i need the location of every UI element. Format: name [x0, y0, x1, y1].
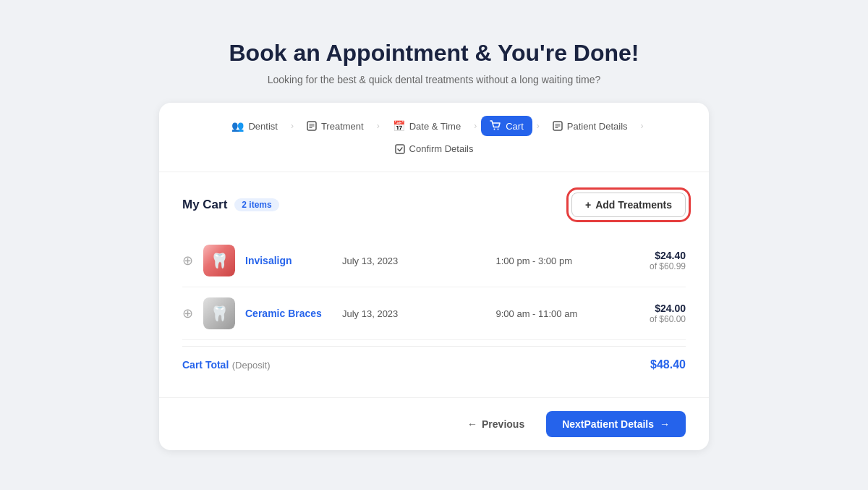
step-confirm-label: Confirm Details — [409, 143, 474, 154]
cart-icon — [490, 120, 501, 132]
next-button[interactable]: NextPatient Details → — [546, 411, 686, 437]
treatment-time-1: 1:00 pm - 3:00 pm — [495, 255, 639, 266]
svg-point-4 — [494, 129, 495, 130]
price-sub-1: of $60.99 — [650, 261, 686, 271]
cart-total-amount: $48.40 — [650, 358, 686, 371]
treatment-row-invisalign: ⊕ 🦷 Invisalign July 13, 2023 1:00 pm - 3… — [182, 235, 686, 287]
price-main-2: $24.00 — [650, 303, 686, 314]
page-title: Book an Appointment & You're Done! — [159, 40, 709, 67]
step-datetime-label: Date & Time — [409, 121, 461, 132]
step-cart-label: Cart — [506, 121, 524, 132]
divider-5: › — [639, 121, 645, 131]
calendar-icon: 📅 — [393, 120, 405, 132]
treatment-row-braces: ⊕ 🦷 Ceramic Braces July 13, 2023 9:00 am… — [182, 287, 686, 340]
cart-total-label: Cart Total (Deposit) — [182, 358, 271, 371]
next-arrow-icon: → — [660, 418, 670, 430]
treatment-date-1: July 13, 2023 — [342, 255, 485, 266]
patient-icon — [553, 121, 563, 131]
footer-nav: ← Previous NextPatient Details → — [159, 397, 709, 450]
add-treatments-label: Add Treatments — [595, 199, 672, 211]
step-confirm[interactable]: Confirm Details — [386, 139, 482, 159]
confirm-icon — [395, 144, 405, 154]
divider-2: › — [375, 121, 381, 131]
treatment-date-2: July 13, 2023 — [342, 308, 485, 319]
treatment-name-2: Ceramic Braces — [245, 308, 332, 319]
steps-nav: 👥 Dentist › Treatment › 📅 Date & T — [159, 103, 709, 172]
thumb-braces: 🦷 — [203, 297, 235, 329]
step-dentist-label: Dentist — [248, 121, 277, 132]
step-cart[interactable]: Cart — [481, 116, 532, 136]
divider-1: › — [289, 121, 295, 131]
step-patient-label: Patient Details — [567, 121, 628, 132]
plus-icon: + — [585, 199, 591, 211]
treatment-name-1: Invisalign — [245, 255, 332, 266]
step-dentist[interactable]: 👥 Dentist — [223, 116, 286, 136]
cart-content: My Cart 2 items + Add Treatments ⊕ 🦷 Inv… — [159, 172, 709, 397]
cart-title-area: My Cart 2 items — [182, 198, 279, 212]
treatment-price-2: $24.00 of $60.00 — [650, 303, 686, 324]
prev-label-text: Previous — [482, 418, 524, 430]
step-treatment-label: Treatment — [321, 121, 364, 132]
price-main-1: $24.40 — [650, 250, 686, 261]
step-datetime[interactable]: 📅 Date & Time — [384, 116, 470, 136]
divider-3: › — [472, 121, 478, 131]
cart-title: My Cart — [182, 198, 227, 212]
thumb-invisalign: 🦷 — [203, 245, 235, 276]
dentist-icon: 👥 — [231, 120, 244, 132]
previous-button[interactable]: ← Previous — [456, 413, 536, 436]
price-sub-2: of $60.00 — [650, 314, 686, 324]
treatment-time-2: 9:00 am - 11:00 am — [495, 308, 639, 319]
cart-header: My Cart 2 items + Add Treatments — [182, 193, 686, 217]
step-patient[interactable]: Patient Details — [544, 117, 637, 136]
expand-icon-1[interactable]: ⊕ — [182, 253, 193, 269]
step-treatment[interactable]: Treatment — [298, 117, 373, 136]
divider-4: › — [535, 121, 541, 131]
svg-point-5 — [498, 129, 499, 130]
page-wrapper: Book an Appointment & You're Done! Looki… — [159, 40, 709, 450]
treatment-price-1: $24.40 of $60.99 — [650, 250, 686, 271]
add-treatments-button[interactable]: + Add Treatments — [571, 193, 686, 217]
next-combined-label: NextPatient Details — [562, 418, 654, 430]
cart-total-row: Cart Total (Deposit) $48.40 — [182, 346, 686, 377]
items-badge: 2 items — [234, 198, 278, 211]
main-card: 👥 Dentist › Treatment › 📅 Date & T — [159, 103, 709, 450]
svg-rect-10 — [396, 145, 404, 153]
treatment-icon — [307, 121, 317, 131]
expand-icon-2[interactable]: ⊕ — [182, 305, 193, 321]
prev-arrow-icon: ← — [467, 418, 477, 430]
page-subtitle: Looking for the best & quick dental trea… — [159, 74, 709, 85]
